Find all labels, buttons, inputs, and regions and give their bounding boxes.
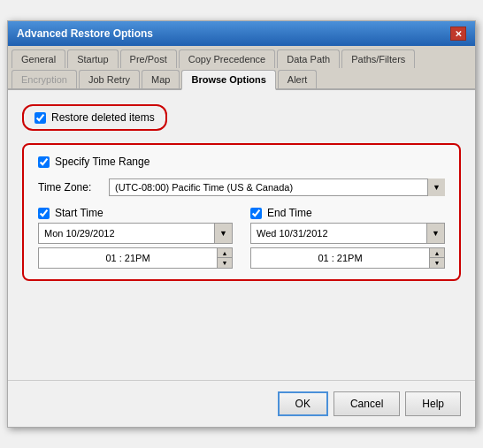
timezone-row: Time Zone: (UTC-08:00) Pacific Time (US … — [38, 178, 445, 196]
start-time-spin-down[interactable]: ▼ — [218, 258, 232, 268]
start-date-input[interactable] — [39, 225, 214, 241]
tab-map[interactable]: Map — [142, 70, 180, 88]
end-time-checkbox[interactable] — [250, 208, 262, 219]
tab-paths-filters[interactable]: Paths/Filters — [341, 49, 415, 68]
time-range-box: Specify Time Range Time Zone: (UTC-08:00… — [22, 143, 461, 281]
end-time-spinners: ▲ ▼ — [429, 248, 444, 268]
end-time-header: End Time — [250, 207, 445, 219]
empty-area — [22, 281, 461, 352]
ok-button[interactable]: OK — [278, 391, 328, 416]
start-time-spin-up[interactable]: ▲ — [218, 248, 232, 258]
end-time-input[interactable] — [251, 250, 429, 266]
cancel-button[interactable]: Cancel — [334, 391, 400, 416]
restore-deleted-label: Restore deleted items — [51, 111, 155, 124]
specify-time-range-checkbox[interactable] — [38, 156, 50, 168]
restore-deleted-checkbox[interactable] — [34, 112, 46, 124]
tab-bar: General Startup Pre/Post Copy Precedence… — [8, 46, 475, 90]
tab-copy-precedence[interactable]: Copy Precedence — [179, 49, 275, 68]
start-time-col: Start Time ▼ ▲ ▼ — [38, 207, 233, 269]
tab-encryption: Encryption — [12, 70, 77, 88]
close-button[interactable]: ✕ — [450, 27, 466, 41]
start-time-input-row: ▲ ▼ — [38, 247, 233, 269]
end-time-spin-down[interactable]: ▼ — [430, 258, 444, 268]
end-time-spin-up[interactable]: ▲ — [430, 248, 444, 258]
start-time-spinners: ▲ ▼ — [217, 248, 232, 268]
start-time-header: Start Time — [38, 207, 233, 219]
button-bar: OK Cancel Help — [8, 380, 475, 427]
end-date-input[interactable] — [251, 225, 426, 241]
tab-general[interactable]: General — [12, 49, 65, 68]
tab-startup[interactable]: Startup — [67, 49, 118, 68]
tab-pre-post[interactable]: Pre/Post — [120, 49, 177, 68]
tab-alert[interactable]: Alert — [278, 70, 318, 88]
datetime-row: Start Time ▼ ▲ ▼ — [38, 207, 445, 269]
tab-browse-options[interactable]: Browse Options — [181, 70, 275, 90]
tab-job-retry[interactable]: Job Retry — [79, 70, 140, 88]
start-date-dropdown-btn[interactable]: ▼ — [214, 224, 232, 243]
timezone-select-wrapper: (UTC-08:00) Pacific Time (US & Canada) ▼ — [109, 178, 445, 196]
timezone-label: Time Zone: — [38, 181, 100, 194]
specify-time-row: Specify Time Range — [38, 156, 445, 168]
start-time-checkbox[interactable] — [38, 208, 50, 219]
titlebar: Advanced Restore Options ✕ — [8, 21, 475, 46]
tab-content: Restore deleted items Specify Time Range… — [8, 90, 475, 366]
end-time-input-row: ▲ ▼ — [250, 247, 445, 269]
start-date-input-row: ▼ — [38, 223, 233, 244]
dialog-title: Advanced Restore Options — [17, 27, 153, 40]
end-time-label: End Time — [267, 207, 312, 219]
specify-time-range-label: Specify Time Range — [55, 156, 150, 168]
restore-deleted-container: Restore deleted items — [22, 104, 167, 131]
end-time-col: End Time ▼ ▲ ▼ — [250, 207, 445, 269]
help-button[interactable]: Help — [405, 391, 461, 416]
tab-data-path[interactable]: Data Path — [277, 49, 340, 68]
start-time-label: Start Time — [55, 207, 104, 219]
end-date-dropdown-btn[interactable]: ▼ — [426, 224, 444, 243]
start-time-input[interactable] — [39, 250, 217, 266]
advanced-restore-options-dialog: Advanced Restore Options ✕ General Start… — [7, 20, 476, 428]
timezone-select[interactable]: (UTC-08:00) Pacific Time (US & Canada) — [109, 178, 445, 196]
end-date-input-row: ▼ — [250, 223, 445, 244]
